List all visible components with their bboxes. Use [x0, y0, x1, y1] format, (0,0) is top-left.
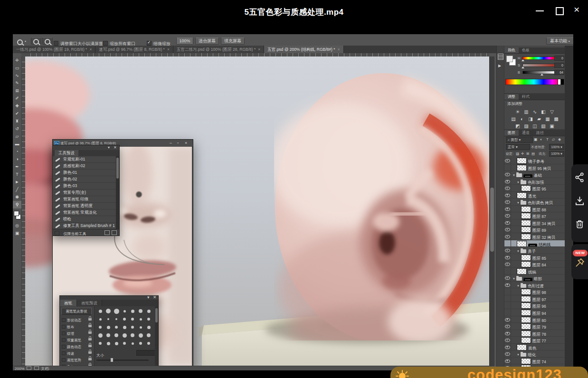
healing-brush-tool[interactable]: ✚ [13, 102, 21, 110]
brush-option-row[interactable]: 传递 [60, 349, 94, 356]
tab-通道[interactable]: 通道 [519, 130, 533, 136]
float-restore-icon[interactable]: ▫ [177, 141, 179, 145]
brush-tip-thumbnail[interactable] [106, 309, 111, 313]
quick-mask-icon[interactable]: ◎ [13, 222, 21, 229]
float-minimize-icon[interactable]: – [170, 141, 172, 145]
canvas-scrollbar[interactable] [489, 57, 494, 366]
share-icon[interactable] [574, 172, 585, 183]
size-slider-knob[interactable] [111, 358, 113, 362]
tab-close-icon[interactable]: × [338, 47, 340, 52]
layer-row[interactable]: 图层 94 [504, 309, 565, 316]
tab-色板[interactable]: 色板 [519, 47, 533, 53]
spectrum-black-chip[interactable] [560, 79, 564, 85]
preset-row[interactable]: 背景画笔 印痕 [53, 196, 116, 203]
crop-tool[interactable]: ⊞ [13, 87, 21, 94]
expand-caret-icon[interactable]: ▼ [517, 284, 520, 287]
float-close-icon[interactable]: × [185, 141, 187, 145]
eye-toggle[interactable] [504, 295, 511, 302]
brush-option-row[interactable]: 纹理 [60, 329, 94, 336]
option-checkbox[interactable] [62, 351, 66, 355]
option-checkbox[interactable] [62, 358, 66, 362]
slider-track[interactable] [522, 57, 555, 60]
download-icon[interactable] [574, 196, 585, 207]
eye-toggle[interactable] [504, 309, 511, 316]
checkbox[interactable] [103, 41, 108, 46]
minimize-button[interactable] [536, 10, 544, 11]
brush-tip-thumbnail[interactable] [132, 342, 134, 345]
brush-option-row[interactable]: 画笔笔势 [60, 356, 94, 362]
expand-dock-icon[interactable]: ▶ [498, 64, 501, 68]
layer-row[interactable]: 图层 74 [504, 358, 565, 365]
layer-row[interactable]: ▼••••暗部 [504, 274, 565, 282]
brush-option-row[interactable]: 颜色动态 [60, 342, 94, 349]
eye-toggle[interactable] [504, 157, 511, 164]
move-tool[interactable]: ✛ [13, 57, 21, 64]
eye-toggle[interactable] [504, 274, 511, 281]
foreground-color-swatch[interactable] [14, 211, 19, 216]
eye-toggle[interactable] [504, 212, 511, 219]
layer-row[interactable]: 图层 32 拷贝 [504, 233, 565, 240]
tab-画笔[interactable]: 画笔 [60, 300, 77, 306]
layer-row[interactable]: 图层 87 [504, 212, 565, 219]
slider-track[interactable] [522, 64, 555, 67]
layer-row[interactable]: 图层 95 拷贝 [504, 164, 565, 171]
path-selection-tool[interactable]: ► [13, 178, 21, 186]
preset-row[interactable]: 质感笔刷-02 [53, 163, 116, 170]
layer-row[interactable]: ▼色彩过渡 [504, 282, 565, 289]
preset-row[interactable]: 背景专用(全) [53, 189, 116, 196]
filter-type-icon[interactable]: T [546, 137, 549, 142]
eyedropper-tool[interactable]: ✐ [13, 94, 21, 102]
document-tab[interactable]: 速写.psd @ 96.7% (图层 8, RGB/8) *× [95, 46, 173, 53]
eye-toggle[interactable] [504, 316, 511, 323]
eye-toggle[interactable] [504, 344, 511, 350]
brush-tip-thumbnail[interactable] [114, 309, 119, 314]
option-checkbox[interactable] [62, 318, 66, 322]
eraser-tool[interactable]: ▱ [13, 132, 21, 140]
brush-tip-thumbnail[interactable] [147, 342, 150, 345]
brush-tip-thumbnail[interactable] [131, 318, 134, 321]
tab-图层[interactable]: 图层 [504, 130, 519, 136]
eye-toggle[interactable] [504, 302, 511, 309]
lasso-tool[interactable]: ∿ [13, 72, 21, 79]
document-tab[interactable]: 五官.psd @ 200% (结构线, RGB/8#) *× [264, 46, 343, 53]
tab-close-icon[interactable]: × [258, 47, 260, 52]
layer-row[interactable]: 图层 34 拷贝 [504, 219, 565, 227]
foreground-swatch[interactable] [506, 56, 513, 62]
layer-row[interactable]: 图层 95 [504, 185, 565, 192]
checkbox[interactable] [54, 41, 58, 46]
screen-mode-icon[interactable]: ▣ [13, 229, 21, 237]
layer-row[interactable]: 底色 [504, 344, 565, 351]
brush-tip-thumbnail[interactable] [99, 342, 102, 345]
filter-adjustment-icon[interactable]: ◐ [540, 137, 542, 142]
brush-scrollbar[interactable] [155, 306, 158, 370]
layer-row[interactable]: 图层 98 [504, 288, 565, 295]
lock-all-icon[interactable]: ▤ [531, 151, 535, 156]
zoom-100-button[interactable]: 100% [176, 38, 193, 45]
eye-toggle[interactable] [504, 240, 511, 247]
fit-screen-button[interactable]: 适合屏幕 [195, 38, 219, 45]
preset-row[interactable]: 肤色-03 [53, 183, 116, 189]
document-tab[interactable]: 五官二练习.psd @ 100% (图层 28, RGB/8) *× [173, 46, 264, 53]
invert-icon[interactable]: ◩ [514, 123, 521, 129]
brush-preset-grid[interactable]: 大小 [95, 306, 155, 370]
checkbox[interactable] [147, 41, 152, 46]
clone-stamp-tool[interactable]: ♜ [13, 117, 21, 125]
brush-tip-thumbnail[interactable] [140, 318, 142, 321]
expand-caret-icon[interactable]: ▼ [512, 277, 515, 280]
filter-kind-dropdown[interactable]: ⌕ 类型 ▾ [506, 137, 533, 143]
panel-close-icon[interactable]: ✕ [114, 145, 117, 150]
slider-value[interactable]: 0 [554, 56, 564, 61]
brush-tip-thumbnail[interactable] [123, 326, 126, 329]
layer-row[interactable]: ▼••••基础 [504, 171, 565, 178]
layer-row[interactable]: 图层 80 [504, 316, 565, 323]
brush-tip-thumbnail[interactable] [139, 309, 142, 313]
selective-color-icon[interactable]: ▣ [549, 123, 555, 129]
close-button[interactable]: × [574, 4, 579, 14]
brush-tip-thumbnail[interactable] [99, 326, 102, 329]
eye-toggle[interactable] [504, 171, 511, 178]
brush-tip-thumbnail[interactable] [114, 333, 118, 337]
brush-option-row[interactable]: 形状动态 [60, 316, 94, 322]
eye-toggle[interactable] [504, 254, 511, 261]
eye-toggle[interactable] [504, 219, 511, 226]
eye-toggle[interactable] [504, 164, 511, 171]
